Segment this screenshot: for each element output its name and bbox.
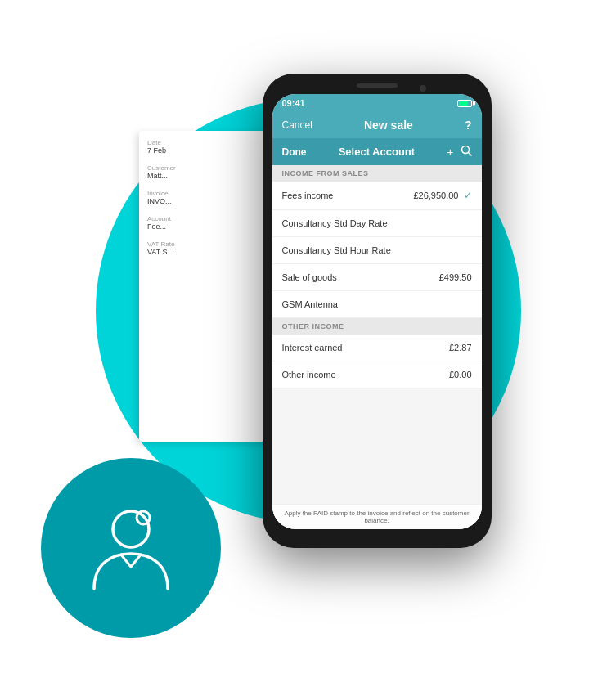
- account-name-consultancy-hour: Consultancy Std Hour Rate: [282, 245, 391, 255]
- section-header-income-sales: INCOME FROM SALES: [272, 165, 482, 182]
- svg-line-1: [468, 153, 471, 156]
- content-area: INCOME FROM SALES Fees income £26,950.00…: [272, 165, 482, 529]
- selected-checkmark: ✓: [464, 190, 472, 201]
- account-amount-other: £0.00: [449, 370, 472, 379]
- section-header-other-income: OTHER INCOME: [272, 318, 482, 335]
- help-button[interactable]: ?: [465, 119, 472, 132]
- done-button[interactable]: Done: [282, 146, 307, 158]
- account-name-other: Other income: [282, 370, 336, 379]
- select-account-title: Select Account: [313, 146, 441, 158]
- phone-frame: 09:41 Cancel New sale ? Done Select Acco…: [263, 74, 492, 548]
- status-icons: [457, 100, 472, 107]
- account-name-consultancy-day: Consultancy Std Day Rate: [282, 218, 388, 228]
- cancel-button[interactable]: Cancel: [282, 119, 312, 131]
- account-name-fees: Fees income: [282, 191, 334, 200]
- phone-screen: 09:41 Cancel New sale ? Done Select Acco…: [272, 94, 482, 529]
- new-sale-title: New sale: [364, 119, 413, 132]
- avatar-icon: [78, 495, 184, 601]
- avatar-circle: [41, 458, 221, 638]
- account-name-interest: Interest earned: [282, 343, 343, 352]
- phone-camera: [420, 85, 426, 92]
- account-row-interest[interactable]: Interest earned £2.87: [272, 335, 482, 361]
- account-name-sale-goods: Sale of goods: [282, 272, 337, 282]
- search-icon[interactable]: [461, 145, 472, 159]
- account-row-gsm-antenna[interactable]: GSM Antenna: [272, 291, 482, 318]
- account-row-fees-income[interactable]: Fees income £26,950.00 ✓: [272, 182, 482, 210]
- account-row-consultancy-day[interactable]: Consultancy Std Day Rate: [272, 210, 482, 237]
- status-bar: 09:41: [272, 94, 482, 112]
- add-icon[interactable]: +: [447, 146, 453, 159]
- select-account-bar: Done Select Account +: [272, 138, 482, 165]
- account-row-other[interactable]: Other income £0.00: [272, 361, 482, 388]
- phone-notch: [272, 83, 482, 91]
- battery-icon: [457, 100, 472, 107]
- nav-new-sale: Cancel New sale ?: [272, 112, 482, 138]
- bottom-note: Apply the PAID stamp to the invoice and …: [272, 504, 482, 529]
- svg-point-2: [113, 511, 149, 547]
- account-name-gsm: GSM Antenna: [282, 299, 339, 309]
- status-time: 09:41: [282, 98, 305, 108]
- phone-speaker: [357, 83, 398, 88]
- battery-fill: [459, 101, 468, 106]
- account-amount-interest: £2.87: [449, 343, 472, 352]
- account-amount-fees: £26,950.00: [413, 191, 458, 200]
- account-amount-sale-goods: £499.50: [439, 272, 472, 282]
- account-row-sale-goods[interactable]: Sale of goods £499.50: [272, 264, 482, 291]
- account-row-consultancy-hour[interactable]: Consultancy Std Hour Rate: [272, 237, 482, 264]
